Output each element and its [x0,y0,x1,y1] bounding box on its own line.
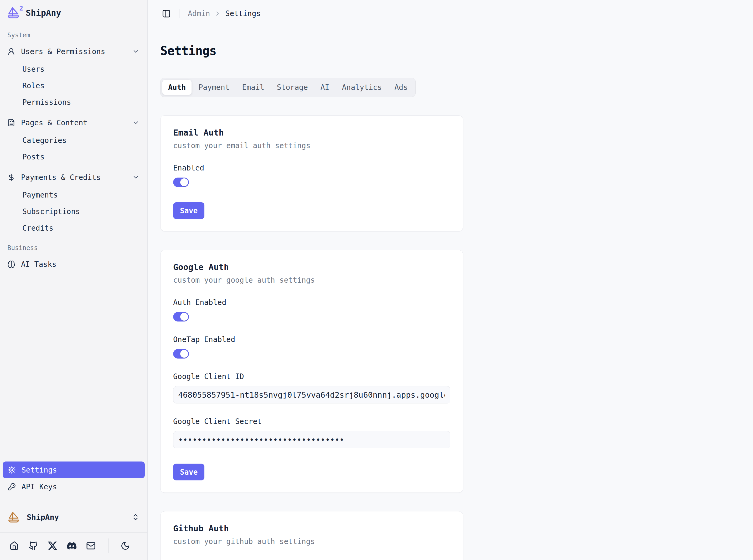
tab-ai[interactable]: AI [315,80,335,95]
tab-auth[interactable]: Auth [162,80,192,95]
google-client-id-input[interactable] [173,386,450,403]
card-subtitle: custom your google auth settings [173,276,450,284]
file-text-icon [7,119,15,126]
chevron-down-icon [132,119,139,126]
panel-left-icon[interactable] [162,9,171,18]
sidebar-spacer [0,273,147,461]
tab-ads[interactable]: Ads [389,80,414,95]
card-title: Github Auth [173,523,450,534]
chevron-down-icon [132,174,139,181]
toggle-knob [180,178,188,186]
sidebar-group-label: Users & Permissions [21,47,126,56]
github-icon[interactable] [28,541,38,551]
card-title: Google Auth [173,262,450,272]
sidebar-group-pages-content[interactable]: Pages & Content [0,114,147,131]
brand-header[interactable]: 2 ShipAny [0,0,147,24]
brain-icon [7,260,15,268]
sidebar-item-subscriptions[interactable]: Subscriptions [15,203,147,220]
sidebar-subnav-pages: Categories Posts [15,132,147,165]
google-onetap-enabled-toggle[interactable] [173,349,189,359]
sidebar-item-label: AI Tasks [21,260,139,269]
chevron-down-icon [132,48,139,55]
gear-icon [8,466,16,474]
social-links [0,533,147,560]
brand-name: ShipAny [26,8,61,18]
social-divider [108,538,109,553]
sidebar-item-payments[interactable]: Payments [15,187,147,203]
settings-content: Settings Auth Payment Email Storage AI A… [148,27,753,560]
toggle-knob [180,313,188,321]
sidebar-section-system: System [0,32,147,39]
sidebar-item-settings[interactable]: Settings [3,461,145,478]
sailboat-icon [8,512,19,523]
settings-tabs: Auth Payment Email Storage AI Analytics … [160,78,416,97]
card-title: Email Auth [173,128,450,138]
sidebar-section-business: Business [0,244,147,252]
main-area: Admin Settings Settings Auth Payment Ema… [148,0,753,560]
field-label-google-client-id: Google Client ID [173,372,450,381]
breadcrumb-settings: Settings [225,9,261,18]
field-label-onetap-enabled: OneTap Enabled [173,335,450,344]
sidebar-group-label: Payments & Credits [21,173,126,182]
sidebar-item-posts[interactable]: Posts [15,149,147,165]
sidebar-item-api-keys[interactable]: API Keys [3,478,145,495]
user-round-icon [7,47,15,55]
card-subtitle: custom your github auth settings [173,537,450,546]
sidebar-group-users-permissions[interactable]: Users & Permissions [0,43,147,60]
breadcrumb-admin[interactable]: Admin [188,9,210,18]
email-auth-enabled-toggle[interactable] [173,178,189,187]
google-auth-enabled-toggle[interactable] [173,312,189,321]
sidebar-item-users[interactable]: Users [15,61,147,78]
discord-icon[interactable] [67,541,77,551]
field-label-enabled: Enabled [173,164,450,172]
breadcrumb-header: Admin Settings [148,0,753,27]
sidebar-item-ai-tasks[interactable]: AI Tasks [0,256,147,273]
save-button[interactable]: Save [173,464,204,480]
field-label-google-client-secret: Google Client Secret [173,417,450,426]
x-icon[interactable] [48,541,57,551]
chevrons-up-down-icon [132,513,139,521]
team-name: ShipAny [27,513,59,522]
chevron-right-icon [214,10,221,17]
toggle-knob [180,350,188,358]
team-switcher[interactable]: ShipAny [0,506,147,529]
field-label-auth-enabled: Auth Enabled [173,298,450,307]
sidebar-item-permissions[interactable]: Permissions [15,94,147,111]
google-auth-card: Google Auth custom your google auth sett… [160,250,463,493]
page-title: Settings [160,44,740,58]
logo-superscript: 2 [19,5,23,12]
sidebar: 2 ShipAny System Users & Permissions Use… [0,0,148,560]
google-client-secret-input[interactable] [173,431,450,448]
sidebar-bottom-menu: Settings API Keys [0,461,147,495]
tab-analytics[interactable]: Analytics [336,80,388,95]
sidebar-item-credits[interactable]: Credits [15,220,147,236]
tab-storage[interactable]: Storage [271,80,314,95]
save-button[interactable]: Save [173,202,204,219]
key-icon [8,483,16,491]
sidebar-nav: Users & Permissions Users Roles Permissi… [0,43,147,273]
home-icon[interactable] [9,541,19,551]
moon-icon[interactable] [121,541,130,551]
app-root: 2 ShipAny System Users & Permissions Use… [0,0,753,560]
dollar-sign-icon [7,173,15,181]
sidebar-item-label: API Keys [22,482,139,491]
github-auth-card: Github Auth custom your github auth sett… [160,511,463,560]
sidebar-subnav-payments: Payments Subscriptions Credits [15,187,147,236]
sidebar-item-label: Settings [22,466,139,474]
tab-email[interactable]: Email [236,80,270,95]
mail-icon[interactable] [86,541,96,551]
card-subtitle: custom your email auth settings [173,141,450,150]
sidebar-item-roles[interactable]: Roles [15,78,147,94]
email-auth-card: Email Auth custom your email auth settin… [160,115,463,232]
sidebar-item-categories[interactable]: Categories [15,132,147,149]
tab-payment[interactable]: Payment [193,80,235,95]
sidebar-group-payments-credits[interactable]: Payments & Credits [0,169,147,186]
sidebar-group-label: Pages & Content [21,118,126,127]
sailboat-logo-icon: 2 [7,7,19,19]
sidebar-subnav-users: Users Roles Permissions [15,61,147,111]
